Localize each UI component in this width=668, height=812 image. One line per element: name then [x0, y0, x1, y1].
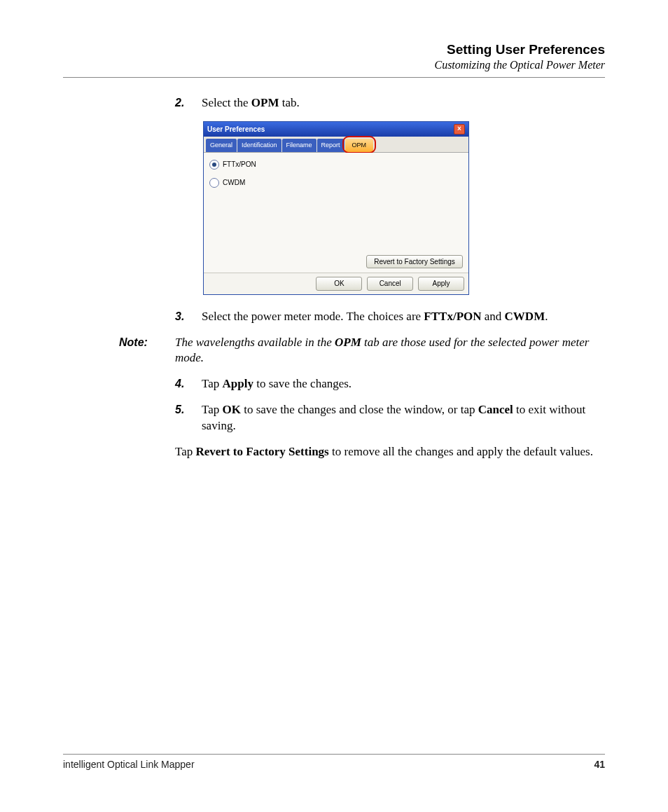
para-text-bold: Revert to Factory Settings — [196, 445, 329, 458]
step-text-part: . — [545, 310, 548, 323]
revert-button[interactable]: Revert to Factory Settings — [366, 255, 463, 269]
ok-button[interactable]: OK — [316, 277, 362, 291]
step-4: 4. Tap Apply to save the changes. — [175, 376, 605, 392]
body-content-continued: 4. Tap Apply to save the changes. 5. Tap… — [175, 376, 605, 460]
step-text-part: Select the power meter mode. The choices… — [202, 310, 424, 323]
header-rule — [63, 77, 605, 78]
tab-general[interactable]: General — [206, 139, 237, 152]
apply-button[interactable]: Apply — [418, 277, 464, 291]
dialog-button-bar: OK Cancel Apply — [204, 273, 468, 294]
dialog-titlebar: User Preferences × — [204, 122, 468, 137]
step-number: 5. — [175, 402, 184, 418]
step-text-bold: OK — [223, 403, 241, 416]
step-text-bold: FTTx/PON — [424, 310, 481, 323]
tab-filename[interactable]: Filename — [282, 139, 316, 152]
step-number: 3. — [175, 309, 184, 324]
radio-icon — [209, 178, 219, 188]
radio-cwdm[interactable]: CWDM — [209, 178, 463, 188]
step-3: 3. Select the power meter mode. The choi… — [175, 309, 605, 325]
step-2: 2. Select the OPM tab. — [175, 95, 605, 111]
dialog-title-text: User Preferences — [207, 125, 265, 135]
tab-strip: General Identification Filename Report O… — [204, 137, 468, 153]
radio-fttx-pon[interactable]: FTTx/PON — [209, 160, 463, 170]
tab-body: FTTx/PON CWDM Revert to Factory Settings — [204, 153, 468, 273]
tab-opm-label: OPM — [352, 142, 367, 149]
screenshot-dialog: User Preferences × General Identificatio… — [203, 121, 605, 295]
note-text-part: The wavelengths available in the — [175, 336, 335, 349]
step-text-bold: OPM — [251, 96, 279, 109]
note-label: Note: — [119, 335, 148, 350]
step-5: 5. Tap OK to save the changes and close … — [175, 402, 605, 434]
revert-row: Revert to Factory Settings — [363, 255, 463, 269]
page-header: Setting User Preferences Customizing the… — [63, 42, 605, 71]
cancel-button[interactable]: Cancel — [367, 277, 413, 291]
para-text-part: to remove all the changes and apply the … — [329, 445, 593, 458]
tab-identification[interactable]: Identification — [237, 139, 281, 152]
step-text-part: Tap — [202, 377, 223, 390]
step-text-part: tab. — [279, 96, 299, 109]
step-number: 2. — [175, 95, 184, 111]
step-text-part: Select the — [202, 96, 251, 109]
body-content: 2. Select the OPM tab. User Preferences … — [175, 95, 605, 325]
note-block: Note: The wavelengths available in the O… — [119, 335, 605, 367]
chapter-subtitle: Customizing the Optical Power Meter — [63, 59, 605, 71]
revert-paragraph: Tap Revert to Factory Settings to remove… — [175, 444, 605, 460]
tab-opm[interactable]: OPM — [345, 139, 374, 152]
close-icon[interactable]: × — [454, 124, 465, 135]
step-text-part: to save the changes. — [253, 377, 352, 390]
radio-label: FTTx/PON — [223, 160, 256, 170]
radio-label: CWDM — [223, 178, 245, 188]
user-preferences-dialog: User Preferences × General Identificatio… — [203, 121, 469, 295]
note-body: The wavelengths available in the OPM tab… — [119, 335, 605, 367]
step-text-bold: Apply — [223, 377, 253, 390]
step-text-bold: CWDM — [505, 310, 545, 323]
tab-report[interactable]: Report — [317, 139, 345, 152]
chapter-title: Setting User Preferences — [63, 42, 605, 57]
page-footer: intelligent Optical Link Mapper 41 — [63, 754, 605, 770]
para-text-part: Tap — [175, 445, 196, 458]
note-text-bold: OPM — [335, 336, 361, 349]
radio-icon — [209, 160, 219, 170]
step-text-bold: Cancel — [478, 403, 513, 416]
step-text-part: Tap — [202, 403, 223, 416]
step-text-part: and — [482, 310, 505, 323]
step-number: 4. — [175, 376, 184, 392]
step-text-part: to save the changes and close the window… — [241, 403, 478, 416]
footer-product: intelligent Optical Link Mapper — [63, 759, 195, 770]
page-number: 41 — [594, 759, 605, 770]
